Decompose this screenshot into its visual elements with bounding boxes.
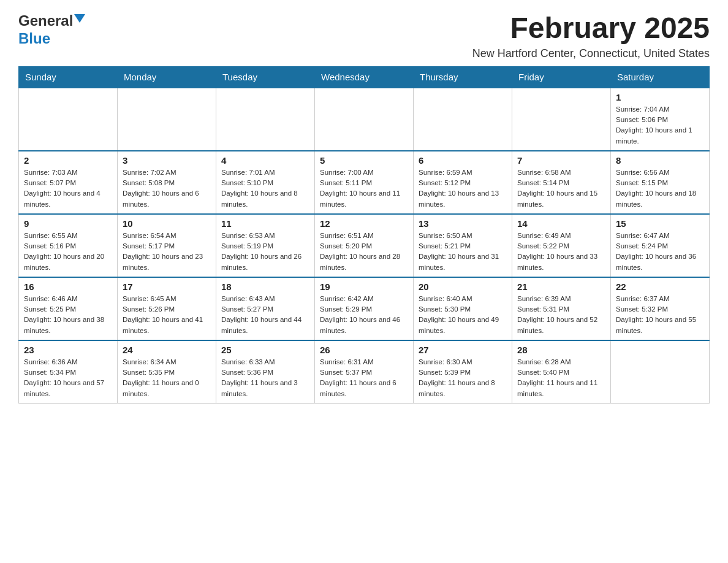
day-info: Sunrise: 6:45 AMSunset: 5:26 PMDaylight:…: [123, 294, 211, 336]
calendar-day-cell: [414, 88, 512, 151]
calendar-day-cell: 3Sunrise: 7:02 AMSunset: 5:08 PMDaylight…: [118, 151, 216, 214]
calendar-day-cell: 14Sunrise: 6:49 AMSunset: 5:22 PMDayligh…: [512, 214, 611, 277]
weekday-header-saturday: Saturday: [611, 66, 710, 88]
weekday-header-wednesday: Wednesday: [315, 66, 414, 88]
calendar-table: SundayMondayTuesdayWednesdayThursdayFrid…: [18, 66, 710, 404]
day-info: Sunrise: 6:51 AMSunset: 5:20 PMDaylight:…: [320, 231, 408, 273]
day-info: Sunrise: 6:33 AMSunset: 5:36 PMDaylight:…: [221, 357, 309, 399]
day-info: Sunrise: 6:30 AMSunset: 5:39 PMDaylight:…: [419, 357, 507, 399]
weekday-header-monday: Monday: [118, 66, 216, 88]
day-number: 26: [320, 345, 408, 355]
calendar-day-cell: 22Sunrise: 6:37 AMSunset: 5:32 PMDayligh…: [611, 277, 710, 340]
day-info: Sunrise: 7:02 AMSunset: 5:08 PMDaylight:…: [123, 167, 211, 210]
logo: General Blue: [18, 12, 85, 48]
day-number: 20: [419, 282, 507, 292]
page-header: General Blue February 2025 New Hartford …: [18, 12, 710, 60]
calendar-day-cell: [118, 88, 216, 151]
day-info: Sunrise: 6:55 AMSunset: 5:16 PMDaylight:…: [24, 231, 112, 273]
day-number: 19: [320, 282, 408, 292]
calendar-day-cell: 11Sunrise: 6:53 AMSunset: 5:19 PMDayligh…: [216, 214, 315, 277]
day-number: 7: [517, 155, 605, 166]
day-info: Sunrise: 6:59 AMSunset: 5:12 PMDaylight:…: [419, 167, 507, 210]
calendar-week-row: 9Sunrise: 6:55 AMSunset: 5:16 PMDaylight…: [19, 214, 710, 277]
calendar-week-row: 2Sunrise: 7:03 AMSunset: 5:07 PMDaylight…: [19, 151, 710, 214]
day-info: Sunrise: 7:00 AMSunset: 5:11 PMDaylight:…: [320, 167, 408, 210]
day-info: Sunrise: 6:53 AMSunset: 5:19 PMDaylight:…: [221, 231, 309, 273]
day-info: Sunrise: 6:50 AMSunset: 5:21 PMDaylight:…: [419, 231, 507, 273]
day-number: 22: [616, 282, 704, 292]
calendar-day-cell: 18Sunrise: 6:43 AMSunset: 5:27 PMDayligh…: [216, 277, 315, 340]
calendar-day-cell: [611, 340, 710, 404]
day-number: 23: [24, 345, 112, 355]
day-number: 24: [123, 345, 211, 355]
weekday-header-thursday: Thursday: [414, 66, 512, 88]
day-info: Sunrise: 6:42 AMSunset: 5:29 PMDaylight:…: [320, 294, 408, 336]
day-info: Sunrise: 7:04 AMSunset: 5:06 PMDaylight:…: [616, 104, 704, 147]
day-info: Sunrise: 6:34 AMSunset: 5:35 PMDaylight:…: [123, 357, 211, 399]
weekday-header-tuesday: Tuesday: [216, 66, 315, 88]
calendar-day-cell: 8Sunrise: 6:56 AMSunset: 5:15 PMDaylight…: [611, 151, 710, 214]
day-info: Sunrise: 6:47 AMSunset: 5:24 PMDaylight:…: [616, 231, 704, 273]
calendar-week-row: 16Sunrise: 6:46 AMSunset: 5:25 PMDayligh…: [19, 277, 710, 340]
calendar-day-cell: 5Sunrise: 7:00 AMSunset: 5:11 PMDaylight…: [315, 151, 414, 214]
day-number: 18: [221, 282, 309, 292]
calendar-day-cell: 12Sunrise: 6:51 AMSunset: 5:20 PMDayligh…: [315, 214, 414, 277]
weekday-header-friday: Friday: [512, 66, 611, 88]
calendar-day-cell: 15Sunrise: 6:47 AMSunset: 5:24 PMDayligh…: [611, 214, 710, 277]
day-number: 3: [123, 155, 211, 166]
day-number: 13: [419, 218, 507, 229]
day-number: 1: [616, 92, 704, 102]
day-info: Sunrise: 6:39 AMSunset: 5:31 PMDaylight:…: [517, 294, 605, 336]
weekday-header-sunday: Sunday: [19, 66, 118, 88]
day-number: 27: [419, 345, 507, 355]
calendar-day-cell: 19Sunrise: 6:42 AMSunset: 5:29 PMDayligh…: [315, 277, 414, 340]
day-info: Sunrise: 6:46 AMSunset: 5:25 PMDaylight:…: [24, 294, 112, 336]
month-title: February 2025: [472, 12, 710, 45]
calendar-day-cell: 25Sunrise: 6:33 AMSunset: 5:36 PMDayligh…: [216, 340, 315, 404]
calendar-day-cell: 16Sunrise: 6:46 AMSunset: 5:25 PMDayligh…: [19, 277, 118, 340]
day-info: Sunrise: 6:40 AMSunset: 5:30 PMDaylight:…: [419, 294, 507, 336]
calendar-week-row: 1Sunrise: 7:04 AMSunset: 5:06 PMDaylight…: [19, 88, 710, 151]
day-number: 25: [221, 345, 309, 355]
day-number: 21: [517, 282, 605, 292]
calendar-header-row: SundayMondayTuesdayWednesdayThursdayFrid…: [19, 66, 710, 88]
day-info: Sunrise: 6:43 AMSunset: 5:27 PMDaylight:…: [221, 294, 309, 336]
day-info: Sunrise: 7:01 AMSunset: 5:10 PMDaylight:…: [221, 167, 309, 210]
day-number: 10: [123, 218, 211, 229]
calendar-day-cell: 20Sunrise: 6:40 AMSunset: 5:30 PMDayligh…: [414, 277, 512, 340]
calendar-day-cell: 13Sunrise: 6:50 AMSunset: 5:21 PMDayligh…: [414, 214, 512, 277]
svg-marker-0: [74, 14, 85, 23]
calendar-day-cell: 10Sunrise: 6:54 AMSunset: 5:17 PMDayligh…: [118, 214, 216, 277]
calendar-day-cell: 28Sunrise: 6:28 AMSunset: 5:40 PMDayligh…: [512, 340, 611, 404]
day-number: 5: [320, 155, 408, 166]
calendar-day-cell: [315, 88, 414, 151]
calendar-day-cell: 7Sunrise: 6:58 AMSunset: 5:14 PMDaylight…: [512, 151, 611, 214]
calendar-day-cell: 26Sunrise: 6:31 AMSunset: 5:37 PMDayligh…: [315, 340, 414, 404]
calendar-day-cell: [216, 88, 315, 151]
logo-blue-text: Blue: [18, 30, 50, 47]
day-number: 6: [419, 155, 507, 166]
calendar-day-cell: 9Sunrise: 6:55 AMSunset: 5:16 PMDaylight…: [19, 214, 118, 277]
day-number: 12: [320, 218, 408, 229]
calendar-day-cell: 6Sunrise: 6:59 AMSunset: 5:12 PMDaylight…: [414, 151, 512, 214]
day-number: 16: [24, 282, 112, 292]
day-info: Sunrise: 6:28 AMSunset: 5:40 PMDaylight:…: [517, 357, 605, 399]
calendar-day-cell: 17Sunrise: 6:45 AMSunset: 5:26 PMDayligh…: [118, 277, 216, 340]
day-info: Sunrise: 6:58 AMSunset: 5:14 PMDaylight:…: [517, 167, 605, 210]
calendar-day-cell: 24Sunrise: 6:34 AMSunset: 5:35 PMDayligh…: [118, 340, 216, 404]
day-info: Sunrise: 6:49 AMSunset: 5:22 PMDaylight:…: [517, 231, 605, 273]
day-info: Sunrise: 6:56 AMSunset: 5:15 PMDaylight:…: [616, 167, 704, 210]
day-number: 15: [616, 218, 704, 229]
calendar-day-cell: 1Sunrise: 7:04 AMSunset: 5:06 PMDaylight…: [611, 88, 710, 151]
calendar-day-cell: 27Sunrise: 6:30 AMSunset: 5:39 PMDayligh…: [414, 340, 512, 404]
day-number: 17: [123, 282, 211, 292]
calendar-day-cell: [512, 88, 611, 151]
day-info: Sunrise: 6:54 AMSunset: 5:17 PMDaylight:…: [123, 231, 211, 273]
day-number: 8: [616, 155, 704, 166]
day-number: 28: [517, 345, 605, 355]
calendar-day-cell: 23Sunrise: 6:36 AMSunset: 5:34 PMDayligh…: [19, 340, 118, 404]
logo-general-text: General: [18, 12, 73, 30]
day-number: 11: [221, 218, 309, 229]
calendar-day-cell: 21Sunrise: 6:39 AMSunset: 5:31 PMDayligh…: [512, 277, 611, 340]
calendar-week-row: 23Sunrise: 6:36 AMSunset: 5:34 PMDayligh…: [19, 340, 710, 404]
